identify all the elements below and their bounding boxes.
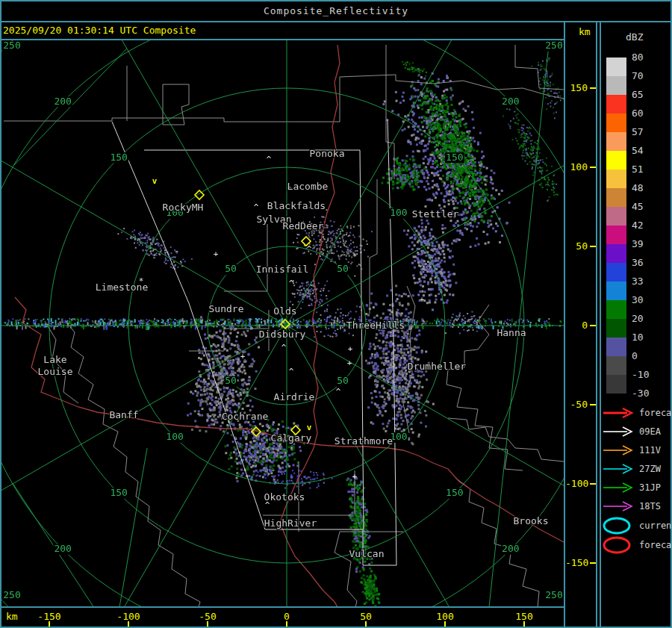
dbz-level-label: 48: [632, 182, 644, 193]
dbz-swatch-30: [606, 300, 626, 319]
dbz-level-label: 70: [632, 70, 644, 81]
dbz-swatch-70: [606, 76, 626, 95]
dbz-swatch-20: [606, 319, 626, 338]
track-legend-label: current: [639, 520, 672, 531]
track-legend-label: forecast: [639, 540, 672, 550]
dbz-level-label: 20: [632, 313, 644, 324]
track-legend-current: current: [602, 516, 672, 535]
dbz-swatch-57: [606, 132, 626, 151]
timestamp-bar: 2025/09/20 01:30:14 UTC Composite: [3, 25, 196, 36]
right-axis-tick: [590, 87, 596, 89]
dbz-swatch-33: [606, 282, 626, 300]
dbz-legend-panel: dBZ 807065605754514845423936333020100-10…: [601, 22, 671, 627]
track-legend-label: 111V: [639, 445, 661, 456]
forecast-arrow-icon: [602, 408, 635, 418]
frame-axis-right-1: [596, 21, 597, 628]
dbz-swatch-39: [606, 244, 626, 263]
right-axis-tick: [590, 325, 596, 326]
bottom-axis-tick: [128, 621, 129, 627]
dbz-swatch-45: [606, 207, 626, 226]
bottom-axis-tick: [523, 621, 525, 627]
27ZW-arrow-icon: [602, 464, 635, 474]
track-legend-label: 09EA: [639, 426, 661, 437]
dbz-unit-label: dBZ: [626, 31, 643, 43]
dbz-level-label: 0: [632, 350, 638, 361]
track-legend-forecast: forecast: [602, 408, 672, 418]
current-ellipse-icon: [602, 516, 635, 535]
forecast-ellipse-icon: [602, 535, 635, 555]
bottom-axis-tick: [286, 621, 287, 627]
right-axis: km 150100500-50-100-150: [565, 22, 596, 607]
bottom-axis-tick-label: 100: [432, 611, 458, 622]
dbz-swatch-0: [606, 356, 626, 375]
dbz-level-label: 54: [632, 145, 644, 156]
dbz-level-label: 60: [632, 108, 644, 119]
timestamp-text: 2025/09/20 01:30:14 UTC: [3, 25, 137, 36]
111V-arrow-icon: [602, 445, 635, 456]
track-legend-111V: 111V: [602, 445, 661, 456]
dbz-swatch-51: [606, 170, 626, 188]
dbz-level-label: 45: [632, 201, 644, 212]
31JP-arrow-icon: [602, 482, 635, 493]
right-axis-unit: km: [579, 26, 601, 37]
dbz-swatch-10: [606, 338, 626, 356]
track-legend-forecast: forecast: [602, 535, 672, 555]
dbz-swatch-60: [606, 114, 626, 132]
dbz-level-label: 36: [632, 257, 644, 268]
right-axis-tick: [590, 483, 596, 485]
bottom-axis-tick-label: 50: [352, 611, 379, 622]
track-legend-label: 18TS: [639, 501, 661, 512]
dbz-level-label: -10: [632, 369, 649, 380]
bottom-axis-tick-label: -50: [194, 611, 221, 622]
product-name: Composite: [143, 25, 196, 36]
right-axis-tick-label: 50: [565, 240, 588, 252]
track-legend-18TS: 18TS: [602, 501, 661, 512]
dbz-swatch--10: [606, 375, 626, 394]
dbz-swatch-80: [606, 57, 626, 76]
right-axis-tick-label: -150: [565, 557, 588, 568]
bottom-axis-tick: [49, 621, 50, 627]
right-axis-tick: [590, 167, 596, 168]
bottom-axis-tick-label: -150: [36, 611, 63, 622]
dbz-level-label: 57: [632, 126, 644, 137]
dbz-swatch-36: [606, 263, 626, 282]
bottom-axis-tick-label: 150: [511, 611, 538, 622]
right-axis-tick-label: -50: [565, 399, 588, 410]
right-axis-tick-label: 150: [565, 82, 588, 93]
track-legend-label: forecast: [639, 408, 672, 418]
bottom-axis-tick: [365, 621, 367, 627]
bottom-axis-tick-label: -100: [115, 611, 142, 622]
right-axis-tick: [590, 562, 596, 564]
track-legend-31JP: 31JP: [602, 482, 661, 493]
right-axis-tick-label: 0: [565, 320, 588, 331]
bottom-axis: km -150-100-50050100150: [0, 608, 565, 627]
dbz-swatch-54: [606, 151, 626, 170]
bottom-axis-tick: [207, 621, 208, 627]
dbz-level-label: 51: [632, 164, 644, 175]
bottom-axis-unit: km: [6, 611, 18, 622]
right-axis-tick: [590, 246, 596, 247]
right-axis-tick: [590, 404, 596, 405]
09EA-arrow-icon: [602, 426, 635, 437]
dbz-level-label: 30: [632, 294, 644, 305]
right-axis-tick-label: 100: [565, 161, 588, 172]
track-legend-label: 27ZW: [639, 464, 661, 474]
radar-map-canvas[interactable]: [1, 40, 564, 606]
dbz-swatch-65: [606, 95, 626, 114]
bottom-axis-tick: [444, 621, 446, 627]
18TS-arrow-icon: [602, 501, 635, 512]
dbz-swatch-48: [606, 188, 626, 207]
dbz-level-label: 10: [632, 332, 644, 343]
bottom-axis-tick-label: 0: [273, 611, 300, 622]
dbz-min-label: -30: [632, 388, 649, 399]
dbz-level-label: 65: [632, 89, 644, 100]
dbz-level-label: 39: [632, 238, 644, 249]
track-legend-label: 31JP: [639, 482, 661, 493]
dbz-swatch-42: [606, 226, 626, 244]
dbz-level-label: 80: [632, 52, 644, 63]
dbz-level-label: 42: [632, 220, 644, 231]
track-legend-09EA: 09EA: [602, 426, 661, 437]
track-legend-27ZW: 27ZW: [602, 464, 661, 474]
window-title: Composite_Reflectivity: [0, 0, 672, 21]
right-axis-tick-label: -100: [565, 478, 588, 489]
